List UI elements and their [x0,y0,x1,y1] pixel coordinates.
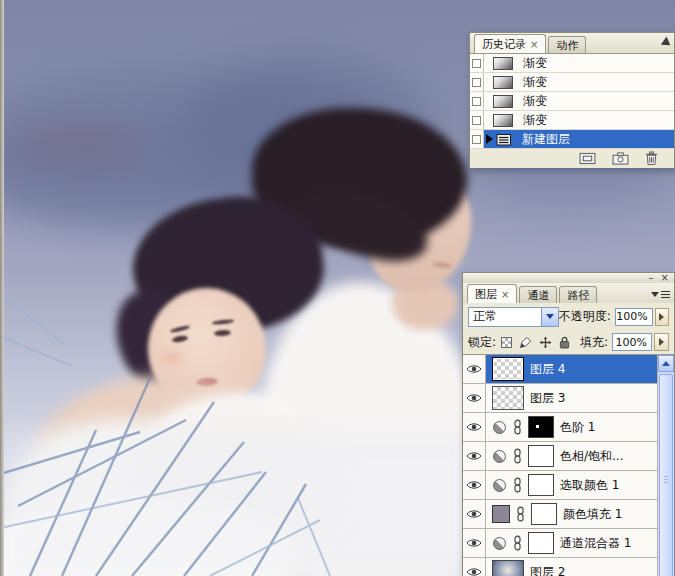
opacity-label: 不透明度: [559,308,611,325]
history-item-label: 渐变 [523,93,547,110]
visibility-toggle[interactable] [463,471,486,499]
new-document-from-state-button[interactable] [579,152,596,165]
visibility-toggle[interactable] [463,384,486,412]
link-icon [516,506,525,522]
layers-scrollbar[interactable] [657,355,674,576]
history-brush-source-checkbox[interactable] [472,116,481,125]
visibility-toggle[interactable] [463,558,486,576]
history-item[interactable]: 渐变 [470,73,674,92]
history-brush-source-checkbox[interactable] [472,135,481,144]
panel-flyout-arrow-icon[interactable] [661,37,673,50]
layer-row[interactable]: 选取颜色 1 [463,471,657,500]
adjustment-layer-icon[interactable] [492,449,507,464]
scrollbar-grip-icon [664,476,668,484]
history-item[interactable]: 渐变 [470,92,674,111]
history-brush-source-checkbox[interactable] [472,78,481,87]
layer-row[interactable]: 颜色填充 1 [463,500,657,529]
visibility-eye-icon [466,480,482,490]
opacity-input[interactable]: 100% [615,308,653,326]
layers-tab-paths[interactable]: 路径 [559,286,597,303]
history-panel-tabbar: 历史记录×动作 [470,33,674,53]
visibility-eye-icon [466,364,482,374]
tab-close-icon[interactable]: × [501,289,509,300]
layer-mask-thumbnail[interactable] [528,445,554,467]
history-tab-history[interactable]: 历史记录× [474,34,546,53]
history-list: 渐变渐变渐变渐变新建图层 [470,53,674,149]
opacity-slider-arrow-icon[interactable] [655,308,669,326]
panel-menu-icon[interactable] [649,287,671,301]
gradient-icon [493,114,513,127]
layer-thumbnail[interactable] [492,560,524,576]
history-brush-source-cell[interactable] [470,111,484,129]
history-brush-source-cell[interactable] [470,130,484,148]
layer-row-content[interactable]: 图层 3 [486,384,657,412]
scrollbar-thumb[interactable] [659,374,673,576]
tab-close-icon[interactable]: × [530,39,538,50]
fill-slider-arrow-icon[interactable] [654,333,669,351]
history-brush-source-cell[interactable] [470,92,484,110]
layer-row[interactable]: 图层 4 [463,355,657,384]
layer-row[interactable]: 图层 3 [463,384,657,413]
layer-row[interactable]: 色阶 1 [463,413,657,442]
layer-row-content[interactable]: 选取颜色 1 [486,471,657,499]
triangle-down-icon [651,292,659,297]
history-brush-source-cell[interactable] [470,54,484,72]
history-item[interactable]: 新建图层 [470,130,674,149]
history-item[interactable]: 渐变 [470,111,674,130]
adjustment-layer-icon[interactable] [492,420,507,435]
history-panel-footer [470,149,674,168]
adjustment-layer-icon[interactable] [492,536,507,551]
close-icon[interactable]: × [661,274,669,282]
layer-thumbnail[interactable] [492,386,524,410]
gradient-icon [493,76,513,89]
layer-mask-thumbnail[interactable] [528,474,554,496]
link-icon [513,448,522,464]
lock-row: 锁定: 填充: 100% [463,330,674,354]
layer-row-content[interactable]: 通道混合器 1 [486,529,657,557]
new-layer-icon [496,132,512,146]
blend-mode-select[interactable]: 正常 [468,307,559,327]
visibility-toggle[interactable] [463,442,486,470]
lock-image-icon[interactable] [519,336,532,349]
minimize-icon[interactable]: – [649,274,654,282]
window-left-edge [0,0,4,576]
layers-tab-channels[interactable]: 通道 [519,286,557,303]
layer-row-content[interactable]: 图层 4 [486,355,657,383]
history-item-label: 渐变 [523,112,547,129]
history-brush-source-checkbox[interactable] [472,59,481,68]
visibility-eye-icon [466,509,482,519]
layer-row-content[interactable]: 色相/饱和... [486,442,657,470]
layer-row[interactable]: 通道混合器 1 [463,529,657,558]
history-item-label: 渐变 [523,74,547,91]
layer-row-content[interactable]: 图层 2 [486,558,657,576]
scroll-up-arrow-icon[interactable] [658,355,674,372]
layer-name: 图层 3 [530,390,565,407]
delete-state-button[interactable] [645,151,658,166]
visibility-toggle[interactable] [463,529,486,557]
layer-mask-thumbnail[interactable] [528,416,554,438]
lock-position-icon[interactable] [539,336,552,349]
layer-thumbnail[interactable] [492,357,524,381]
fill-input[interactable]: 100% [612,333,652,351]
history-item[interactable]: 渐变 [470,54,674,73]
gradient-icon [493,57,513,70]
history-tab-actions[interactable]: 动作 [548,36,586,53]
new-snapshot-button[interactable] [612,152,629,165]
layer-row-content[interactable]: 色阶 1 [486,413,657,441]
visibility-toggle[interactable] [463,500,486,528]
lock-transparency-icon[interactable] [501,337,512,348]
lock-all-icon[interactable] [559,336,570,349]
history-brush-source-checkbox[interactable] [472,97,481,106]
layer-mask-thumbnail[interactable] [528,532,554,554]
visibility-toggle[interactable] [463,413,486,441]
layers-tab-layers[interactable]: 图层× [467,284,517,303]
fill-color-thumbnail[interactable] [492,505,510,523]
layer-row-content[interactable]: 颜色填充 1 [486,500,657,528]
layer-mask-thumbnail[interactable] [531,503,557,525]
visibility-toggle[interactable] [463,355,486,383]
chevron-down-icon[interactable] [541,308,558,326]
history-brush-source-cell[interactable] [470,73,484,91]
layer-row[interactable]: 色相/饱和... [463,442,657,471]
layer-row[interactable]: 图层 2 [463,558,657,576]
adjustment-layer-icon[interactable] [492,478,507,493]
